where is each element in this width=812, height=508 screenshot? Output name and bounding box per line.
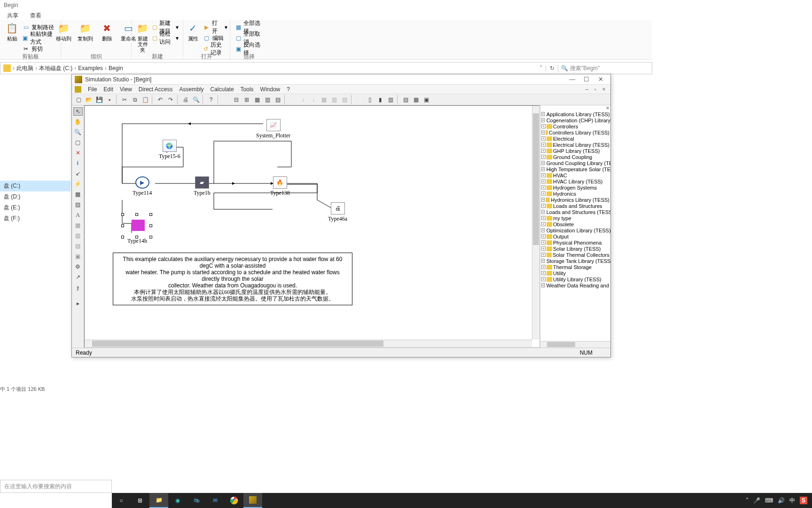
expand-icon[interactable]: + — [541, 271, 546, 275]
paste-button[interactable]: 📋 粘贴 — [5, 22, 19, 54]
taskbar-simulation[interactable] — [243, 493, 262, 508]
expand-icon[interactable]: + — [541, 216, 546, 220]
expand-icon[interactable]: + — [541, 130, 545, 135]
sim-titlebar[interactable]: Simulation Studio - [Begin] — ☐ ✕ — [72, 74, 610, 85]
properties-button[interactable]: ✓属性 — [186, 22, 200, 54]
tree-item[interactable]: +GHP Library (TESS) — [540, 148, 610, 154]
tool-link-a[interactable]: ↙ — [73, 169, 83, 178]
node-type46a[interactable]: 🖨 Type46a — [328, 202, 347, 222]
tool-region[interactable]: ▢ — [73, 138, 83, 147]
tool-g6[interactable]: ▣ — [73, 252, 83, 261]
easy-access-button[interactable]: ▢轻松访问▾ — [152, 33, 179, 43]
drive-e[interactable]: 盘 (E:) — [0, 202, 70, 213]
tb-c1[interactable]: ▤ — [401, 95, 410, 104]
expand-icon[interactable]: + — [541, 155, 546, 159]
tb-print[interactable]: 🖨 — [181, 95, 190, 104]
maximize-button[interactable]: ☐ — [579, 76, 593, 83]
tree-item[interactable]: +Cogeneration (CHP) Library (T — [540, 117, 610, 123]
tool-text[interactable]: A — [73, 211, 83, 219]
menu-window[interactable]: Window — [260, 86, 281, 93]
expand-icon[interactable]: + — [541, 228, 545, 232]
expand-icon[interactable]: + — [541, 173, 546, 177]
tree-item[interactable]: +Utility Library (TESS) — [540, 276, 610, 282]
node-type1b[interactable]: ▰ Type1b — [194, 176, 211, 197]
expand-icon[interactable]: + — [541, 112, 545, 116]
expand-icon[interactable]: + — [541, 161, 545, 165]
tree-item[interactable]: +Loads and Structures (TESS) — [540, 209, 610, 215]
cortana-button[interactable]: ○ — [112, 493, 131, 508]
tray-mic-icon[interactable]: 🎤 — [753, 497, 760, 504]
tree-item[interactable]: +Electrical Library (TESS) — [540, 142, 610, 148]
refresh-button[interactable]: ↻ — [546, 65, 558, 71]
tool-g5[interactable]: ▤ — [73, 242, 83, 250]
breadcrumb-begin[interactable]: Begin — [109, 65, 123, 71]
tool-link-b[interactable]: ⚡ — [73, 180, 83, 188]
menu-file[interactable]: File — [88, 86, 97, 93]
tb-cut[interactable]: ✂ — [120, 95, 129, 104]
expand-icon[interactable]: + — [541, 149, 546, 153]
tool-grid2[interactable]: ▤ — [73, 200, 83, 209]
ribbon-tab-share[interactable]: 共享 — [7, 12, 18, 20]
tree-item[interactable]: +Ground Coupling Library (TES — [540, 160, 610, 166]
tb-undo[interactable]: ↶ — [156, 95, 165, 104]
taskbar-store[interactable]: 🛍 — [187, 493, 206, 508]
expand-icon[interactable]: + — [541, 179, 546, 183]
tool-grid1[interactable]: ▦ — [73, 190, 83, 198]
close-button[interactable]: ✕ — [593, 76, 608, 83]
expand-icon[interactable]: + — [541, 118, 545, 122]
expand-icon[interactable]: + — [541, 222, 546, 226]
taskbar-edge[interactable]: ◉ — [168, 493, 187, 508]
tb-a2[interactable]: ⊞ — [242, 95, 251, 104]
breadcrumb-pc[interactable]: 此电脑 — [16, 64, 33, 72]
tree-item[interactable]: +Solar Thermal Collectors — [540, 252, 610, 258]
tool-info[interactable]: i — [73, 159, 83, 167]
open-button[interactable]: ▶打开▾ — [203, 23, 227, 32]
tree-item[interactable]: +Controllers — [540, 123, 610, 129]
node-system-plotter[interactable]: 📈 System_Plotter — [256, 119, 290, 139]
tb-b2[interactable]: ▮ — [375, 95, 385, 104]
expand-icon[interactable]: + — [541, 265, 546, 269]
expand-icon[interactable]: + — [541, 204, 546, 208]
node-type114[interactable]: ▶ Type114 — [133, 176, 152, 197]
menu-view[interactable]: View — [120, 86, 132, 93]
drive-f[interactable]: 盘 (F:) — [0, 213, 70, 224]
tree-hscroll[interactable] — [540, 341, 610, 348]
menu-assembly[interactable]: Assembly — [180, 86, 204, 93]
tb-open[interactable]: 📂 — [84, 95, 94, 104]
expand-icon[interactable]: + — [541, 240, 546, 245]
system-tray[interactable]: ˄ 🎤 ⌨ 🔊 中 S — [746, 497, 812, 505]
expand-icon[interactable]: + — [541, 124, 546, 128]
tree-item[interactable]: +Output — [540, 233, 610, 239]
tb-a5[interactable]: ▤ — [273, 95, 282, 104]
taskbar-mail[interactable]: ✉ — [206, 493, 225, 508]
tree-item[interactable]: +Utility — [540, 270, 610, 276]
tool-g4[interactable]: ▥ — [73, 231, 83, 240]
description-box[interactable]: This example calculates the auxiliary en… — [113, 253, 352, 305]
tree-item[interactable]: +Electrical — [540, 135, 610, 142]
breadcrumb[interactable]: › 此电脑 › 本地磁盘 (C:) › Examples › Begin — [0, 64, 536, 72]
expand-icon[interactable]: + — [541, 136, 546, 141]
tray-up-icon[interactable]: ˄ — [746, 497, 749, 504]
expand-icon[interactable]: + — [541, 185, 546, 190]
tb-c2[interactable]: ▦ — [411, 95, 421, 104]
cut-button[interactable]: ✂剪切 — [22, 44, 56, 54]
breadcrumb-drive[interactable]: 本地磁盘 (C:) — [39, 64, 72, 72]
tool-g3[interactable]: ▦ — [73, 221, 83, 230]
tree-close-button[interactable]: ✕ — [606, 105, 609, 111]
tb-a3[interactable]: ▦ — [252, 95, 262, 104]
tb-copy[interactable]: ⧉ — [130, 95, 140, 104]
tool-hand[interactable]: ✋ — [73, 118, 83, 126]
history-button[interactable]: ↺历史记录 — [203, 44, 227, 54]
expand-icon[interactable]: + — [541, 143, 546, 147]
menu-tools[interactable]: Tools — [241, 86, 254, 93]
menu-calculate[interactable]: Calculate — [211, 86, 234, 93]
tb-preview[interactable]: 🔍 — [191, 95, 201, 104]
delete-button[interactable]: ✖删除 — [98, 22, 117, 41]
tool-e2[interactable]: ჯ — [73, 283, 83, 292]
tray-app-icon[interactable]: S — [800, 497, 807, 504]
expand-icon[interactable]: + — [541, 234, 546, 238]
task-view-button[interactable]: ⊞ — [131, 493, 149, 508]
expand-icon[interactable]: + — [541, 167, 545, 171]
tb-save[interactable]: 💾 — [94, 95, 104, 104]
expand-icon[interactable]: + — [541, 210, 545, 214]
